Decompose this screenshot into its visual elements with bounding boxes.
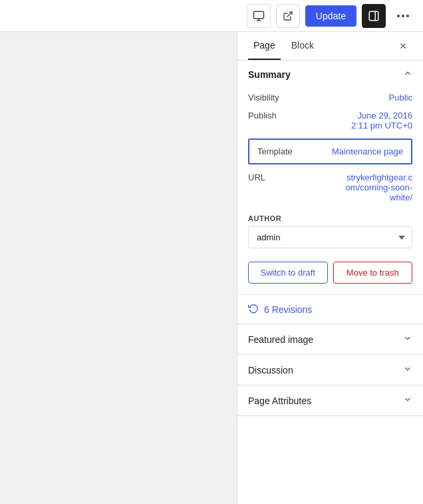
svg-line-3 bbox=[287, 12, 292, 17]
svg-point-8 bbox=[406, 15, 409, 17]
discussion-chevron-icon bbox=[403, 364, 412, 376]
move-to-trash-button[interactable]: Move to trash bbox=[333, 262, 413, 284]
summary-toggle-icon bbox=[403, 69, 412, 81]
tab-page[interactable]: Page bbox=[248, 32, 281, 60]
summary-section: Summary Visibility Public Publish June 2… bbox=[237, 61, 423, 295]
url-label: URL bbox=[248, 172, 295, 182]
publish-label: Publish bbox=[248, 111, 295, 121]
featured-image-header[interactable]: Featured image bbox=[237, 324, 423, 354]
featured-image-chevron-icon bbox=[403, 334, 412, 345]
page-attributes-header[interactable]: Page Attributes bbox=[237, 385, 423, 415]
main-layout: Page Block Summary Visib bbox=[0, 32, 423, 504]
tab-block[interactable]: Block bbox=[286, 32, 319, 60]
action-buttons: Switch to draft Move to trash bbox=[237, 256, 423, 294]
svg-point-6 bbox=[397, 15, 400, 17]
sidebar-close-button[interactable] bbox=[394, 37, 412, 55]
template-row[interactable]: Template Maintenance page bbox=[248, 138, 412, 164]
author-section: AUTHOR admin bbox=[237, 214, 423, 256]
discussion-section: Discussion bbox=[237, 355, 423, 385]
page-attributes-section: Page Attributes bbox=[237, 385, 423, 416]
summary-section-header[interactable]: Summary bbox=[237, 61, 423, 89]
template-value: Maintenance page bbox=[332, 146, 403, 156]
author-label: AUTHOR bbox=[248, 214, 412, 222]
publish-row: Publish June 29, 2016 2:11 pm UTC+0 bbox=[248, 107, 412, 134]
publish-value[interactable]: June 29, 2016 2:11 pm UTC+0 bbox=[295, 111, 412, 130]
svg-rect-0 bbox=[253, 11, 263, 19]
toolbar: Update bbox=[0, 0, 423, 32]
url-row: URL strykerfightgear.com/coming-soon-whi… bbox=[248, 168, 412, 206]
discussion-header[interactable]: Discussion bbox=[237, 355, 423, 385]
visibility-value[interactable]: Public bbox=[295, 93, 412, 103]
author-select[interactable]: admin bbox=[248, 226, 412, 248]
discussion-label: Discussion bbox=[248, 365, 293, 376]
summary-content: Visibility Public Publish June 29, 2016 … bbox=[237, 89, 423, 214]
template-label: Template bbox=[257, 146, 293, 156]
featured-image-label: Featured image bbox=[248, 334, 313, 345]
visibility-row: Visibility Public bbox=[248, 89, 412, 107]
update-button[interactable]: Update bbox=[305, 5, 356, 27]
sidebar-toggle-button[interactable] bbox=[362, 4, 386, 28]
svg-rect-4 bbox=[369, 11, 378, 21]
desktop-view-button[interactable] bbox=[247, 4, 271, 28]
visibility-label: Visibility bbox=[248, 93, 295, 103]
revisions-icon bbox=[248, 303, 259, 316]
svg-point-7 bbox=[402, 15, 404, 17]
page-attributes-label: Page Attributes bbox=[248, 395, 311, 406]
editor-area bbox=[0, 32, 237, 504]
more-options-button[interactable] bbox=[391, 4, 415, 28]
sidebar-tabs: Page Block bbox=[237, 32, 423, 61]
summary-title: Summary bbox=[248, 69, 291, 80]
revisions-row[interactable]: 6 Revisions bbox=[237, 295, 423, 324]
page-attributes-chevron-icon bbox=[403, 395, 412, 406]
external-link-button[interactable] bbox=[276, 4, 300, 28]
switch-to-draft-button[interactable]: Switch to draft bbox=[248, 262, 328, 284]
url-value[interactable]: strykerfightgear.com/coming-soon-white/ bbox=[295, 172, 412, 202]
revisions-label: 6 Revisions bbox=[264, 304, 312, 315]
sidebar: Page Block Summary Visib bbox=[237, 32, 423, 504]
featured-image-section: Featured image bbox=[237, 324, 423, 355]
